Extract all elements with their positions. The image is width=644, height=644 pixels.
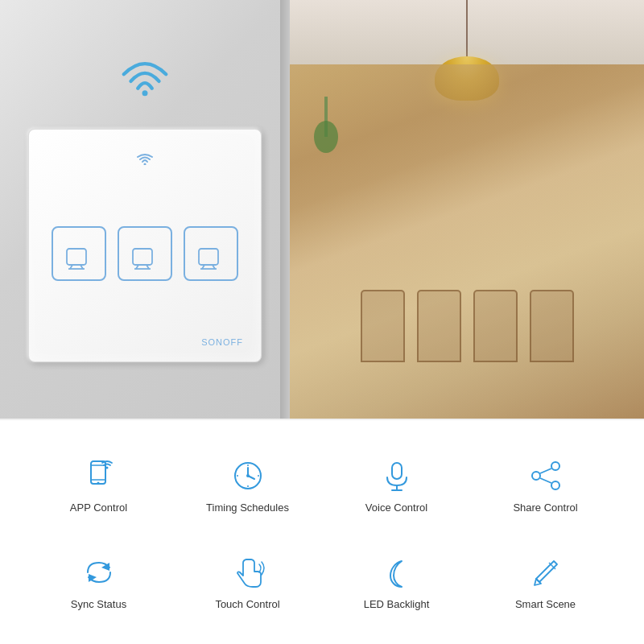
app-control-label: APP Control [70,502,127,514]
switch-btn-1[interactable] [52,226,106,281]
svg-point-32 [551,481,559,489]
svg-point-1 [144,163,147,166]
timing-label: Timing Schedules [206,502,289,514]
share-icon [526,456,565,495]
touch-icon [229,553,267,592]
feature-app-control: APP Control [24,436,173,533]
svg-line-34 [540,478,551,483]
switch-device: SONOFF [28,129,262,362]
feature-sync: Sync Status [24,533,173,630]
sync-icon [80,553,118,592]
svg-point-22 [246,474,250,477]
svg-rect-2 [67,249,86,265]
svg-point-17 [97,481,99,484]
switch-btn-2[interactable] [118,226,172,281]
switch-btn-3[interactable] [184,226,238,281]
feature-voice: Voice Control [322,436,471,533]
kitchen-background [290,0,644,419]
feature-smart-scene: Smart Scene [471,533,620,630]
touch-control-label: Touch Control [215,598,279,610]
share-control-label: Share Control [513,502,577,514]
voice-control-label: Voice Control [365,502,427,514]
smart-scene-label: Smart Scene [515,598,576,610]
svg-line-33 [540,469,551,473]
switch-wifi-icon [136,152,154,168]
mic-icon [378,456,416,495]
wifi-signal-icon [117,48,173,100]
svg-rect-6 [133,249,152,265]
tag-icon [526,553,565,592]
switch-buttons [52,226,238,281]
feature-touch: Touch Control [173,533,322,630]
feature-share: Share Control [471,436,620,533]
left-panel: SONOFF [0,0,290,419]
feature-timing: Timing Schedules [173,436,322,533]
svg-point-31 [532,472,540,480]
svg-point-18 [105,466,108,469]
brand-label: SONOFF [201,337,243,347]
sync-status-label: Sync Status [71,598,126,610]
features-section: APP Control Timing Schedules [0,420,644,644]
svg-rect-14 [91,461,105,484]
svg-point-0 [142,90,148,96]
features-grid: APP Control Timing Schedules [24,436,620,630]
clock-icon [229,456,267,495]
led-backlight-label: LED Backlight [364,598,430,610]
moon-icon [378,553,416,592]
dining-area [306,290,628,386]
product-showcase: SONOFF [0,0,644,419]
svg-rect-27 [392,463,402,479]
svg-rect-10 [199,249,218,265]
feature-led: LED Backlight [322,533,471,630]
plant [314,97,338,161]
svg-point-30 [551,462,559,470]
phone-icon [80,456,118,495]
